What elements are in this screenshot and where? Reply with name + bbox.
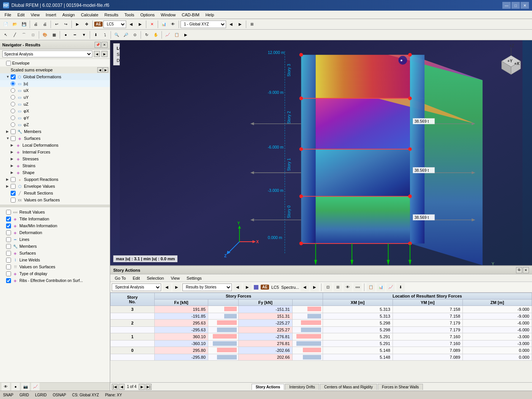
tab-centers[interactable]: Centers of Mass and Rigidity (320, 384, 377, 390)
envelope-item[interactable]: Envelope (0, 60, 110, 66)
menu-file[interactable]: File (2, 12, 14, 18)
rotate-btn[interactable]: ↻ (142, 31, 151, 39)
lines-item[interactable]: ━ Lines (0, 236, 110, 243)
line-welds-item[interactable]: ⌇ Line Welds (0, 256, 110, 263)
page-nav[interactable]: |◀ ◀ 1 of 4 ▶ ▶| (112, 384, 152, 390)
zoom-fit-btn[interactable]: ⊙ (131, 31, 139, 39)
story-result-prev[interactable]: ◀ (233, 283, 242, 291)
ux-item[interactable]: ▭ uX (0, 87, 110, 94)
load2-btn[interactable]: ⤵ (101, 31, 109, 39)
redo-button[interactable]: ↪ (62, 20, 70, 28)
values-on-surfaces2-checkbox[interactable] (6, 264, 11, 269)
members2-checkbox[interactable] (6, 244, 11, 249)
run-button[interactable]: ✕ (148, 20, 156, 28)
surfaces2-checkbox[interactable] (6, 251, 11, 256)
result-values-checkbox[interactable] (6, 210, 11, 215)
view3d-button[interactable]: 👁 (169, 20, 177, 28)
story-select2-btn[interactable]: ⊞ (334, 283, 342, 291)
stresses-expand[interactable]: ▶ (11, 157, 15, 161)
result-values-item[interactable]: xxx Result Values (0, 209, 110, 215)
coord-dropdown[interactable]: 1 - Global XYZ (180, 21, 226, 28)
results-button[interactable]: 📊 (160, 20, 168, 28)
undo-button[interactable]: ↩ (52, 20, 61, 28)
values-on-surfaces-checkbox[interactable] (11, 198, 16, 203)
window-controls[interactable]: — □ ✕ (502, 2, 529, 9)
coord-next[interactable]: ▶ (236, 20, 244, 28)
draw-rect[interactable]: □ (29, 31, 37, 39)
save-button[interactable]: 💾 (20, 20, 28, 28)
tab-shear-walls[interactable]: Forces in Shear Walls (378, 384, 423, 390)
internal-forces-expand[interactable]: ▶ (11, 150, 15, 154)
menu-view[interactable]: View (28, 12, 43, 18)
local-deform-expand[interactable]: ▶ (11, 143, 15, 147)
coord-prev[interactable]: ◀ (227, 20, 235, 28)
menu-results[interactable]: Results (101, 12, 122, 18)
uz-item[interactable]: ▭ uZ (0, 101, 110, 108)
surface-btn[interactable]: ▦ (50, 31, 58, 39)
type-of-display-item[interactable]: ◈ Type of display (0, 270, 110, 277)
new-button[interactable]: 📄 (2, 20, 10, 28)
envelope-values-checkbox[interactable] (11, 184, 16, 189)
move-button[interactable]: ✥ (82, 20, 91, 28)
analysis-select[interactable]: Spectral Analysis (2, 51, 92, 57)
story-table-btn[interactable]: 📋 (367, 283, 375, 291)
status-osnap[interactable]: OSNAP (53, 393, 66, 397)
page-first[interactable]: |◀ (112, 384, 118, 390)
pan-btn[interactable]: ✋ (152, 31, 160, 39)
menu-edit[interactable]: Edit (14, 12, 28, 18)
story-xxx-btn[interactable]: xxx (353, 283, 362, 291)
support-reactions-expand[interactable]: ▶ (6, 177, 11, 181)
page-next[interactable]: ▶ (139, 384, 145, 390)
shape-expand[interactable]: ▶ (11, 171, 15, 174)
lines-checkbox[interactable] (6, 237, 11, 242)
nav-eye-btn[interactable]: ● (11, 383, 20, 391)
pointer-tool[interactable]: ↖ (2, 31, 10, 39)
graph-btn[interactable]: 📈 (163, 31, 172, 39)
menu-help[interactable]: Help (203, 12, 217, 18)
phiz-item[interactable]: ▭ φZ (0, 121, 110, 128)
animation-btn[interactable]: ▶ (182, 31, 190, 39)
story-chart-btn[interactable]: 📈 (386, 283, 395, 291)
print-button[interactable]: 🖨 (32, 20, 40, 28)
story-analysis-next[interactable]: ▶ (173, 283, 181, 291)
envelope-checkbox[interactable] (6, 61, 11, 66)
menu-insert[interactable]: Insert (43, 12, 59, 18)
global-deformations-expand[interactable]: ▼ (6, 75, 11, 79)
table-btn[interactable]: 📋 (173, 31, 181, 39)
nav-next-button[interactable]: ▶ (101, 51, 108, 57)
story-lc-prev[interactable]: ◀ (301, 283, 309, 291)
internal-forces-item[interactable]: ▶ ◈ Internal Forces (0, 149, 110, 155)
select-button[interactable]: ▶ (73, 20, 82, 28)
shape-item[interactable]: ▶ ◈ Shape (0, 169, 110, 176)
phix-item[interactable]: ▭ φX (0, 108, 110, 114)
scaled-sums-next[interactable]: ▶ (103, 67, 108, 73)
values-on-surfaces-item[interactable]: xx Values on Surfaces (0, 196, 110, 203)
lc-prev[interactable]: ◀ (127, 20, 135, 28)
minimize-button[interactable]: — (502, 2, 511, 9)
menu-window[interactable]: Window (158, 12, 179, 18)
story-selection[interactable]: Selection (144, 276, 167, 281)
surfaces-checkbox[interactable] (11, 136, 16, 141)
title-information-item[interactable]: ◈ Title Information (0, 215, 110, 222)
panel-pin-button[interactable]: 📌 (95, 42, 101, 48)
story-select-btn[interactable]: ⊡ (324, 283, 332, 291)
type-of-display-checkbox[interactable] (6, 271, 11, 276)
story-settings[interactable]: Settings (184, 276, 205, 281)
surfaces-nav2-item[interactable]: ◈ Surfaces (0, 250, 110, 256)
open-button[interactable]: 📂 (11, 20, 19, 28)
story-view-btn[interactable]: 👁 (344, 283, 352, 291)
panel-controls[interactable]: 📌 ✕ (95, 42, 108, 48)
menu-assign[interactable]: Assign (59, 12, 78, 18)
envelope-values-expand[interactable]: ▶ (6, 184, 11, 188)
tab-interstory[interactable]: Interstory Drifts (285, 384, 319, 390)
story-lc-next[interactable]: ▶ (310, 283, 319, 291)
scaled-sums-prev[interactable]: ◀ (97, 67, 103, 73)
render-btn[interactable]: 🎨 (41, 31, 49, 39)
load-btn[interactable]: ⬇ (92, 31, 100, 39)
cube-widget[interactable]: +Y +X +Z (494, 44, 528, 78)
menu-cad-bim[interactable]: CAD-BIM (179, 12, 202, 18)
members-expand[interactable]: ▶ (6, 130, 11, 133)
deformation-item[interactable]: ◈ Deformation (0, 229, 110, 236)
support-reactions-checkbox[interactable] (11, 177, 16, 182)
support-reactions-item[interactable]: ▶ ⬦ Support Reactions (0, 176, 110, 183)
